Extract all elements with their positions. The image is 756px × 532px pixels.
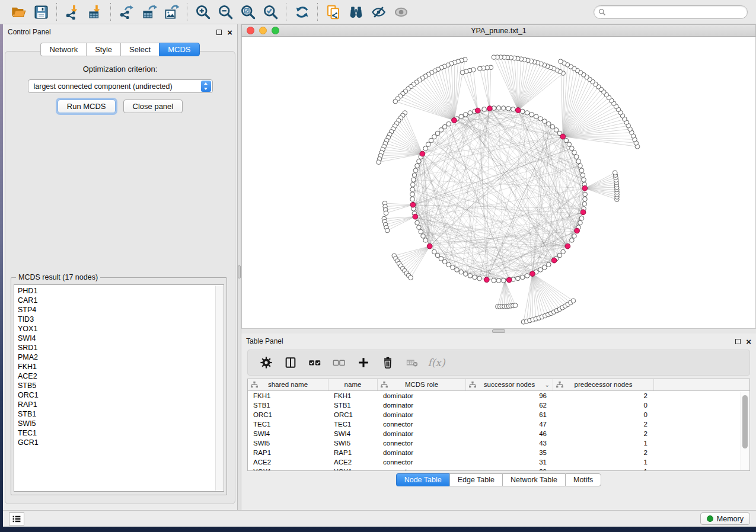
- table-cell[interactable]: 29: [466, 467, 553, 471]
- splitter-handle[interactable]: [238, 265, 241, 278]
- apply-layout-button[interactable]: [291, 2, 313, 22]
- network-node[interactable]: [410, 197, 415, 201]
- network-node[interactable]: [543, 119, 547, 124]
- tab-node-table[interactable]: Node Table: [396, 473, 449, 486]
- column-header-shared-name[interactable]: shared name: [248, 379, 328, 390]
- network-mcds-node[interactable]: [484, 277, 489, 283]
- table-cell[interactable]: 0: [553, 400, 654, 410]
- network-node[interactable]: [460, 70, 465, 75]
- table-cell[interactable]: ORC1: [328, 410, 378, 419]
- network-node[interactable]: [561, 249, 566, 254]
- tab-edge-table[interactable]: Edge Table: [449, 473, 502, 486]
- run-mcds-button[interactable]: Run MCDS: [58, 100, 116, 113]
- network-node[interactable]: [579, 216, 584, 220]
- export-image-button[interactable]: [160, 2, 183, 22]
- network-node[interactable]: [393, 99, 398, 104]
- network-node[interactable]: [521, 275, 525, 280]
- network-node[interactable]: [423, 238, 428, 243]
- network-node[interactable]: [525, 111, 529, 116]
- table-row[interactable]: STB1STB1dominator620: [248, 400, 749, 410]
- table-cell[interactable]: YOX1: [248, 467, 328, 471]
- table-cell[interactable]: dominator: [378, 448, 466, 457]
- network-node[interactable]: [506, 106, 511, 111]
- network-node[interactable]: [421, 234, 426, 239]
- node-table[interactable]: shared namenameMCDS rolesuccessor nodes⌄…: [247, 379, 750, 471]
- network-node[interactable]: [554, 128, 559, 133]
- network-mcds-node[interactable]: [420, 151, 425, 156]
- network-node[interactable]: [446, 262, 451, 267]
- find-button[interactable]: [344, 2, 367, 22]
- network-node[interactable]: [521, 109, 525, 114]
- network-mcds-node[interactable]: [575, 228, 580, 233]
- table-cell[interactable]: 96: [466, 391, 553, 400]
- table-row[interactable]: TEC1TEC1connector472: [248, 419, 749, 429]
- table-row[interactable]: ACE2ACE2connector311: [248, 457, 749, 467]
- network-node[interactable]: [473, 275, 477, 280]
- network-node[interactable]: [413, 168, 418, 173]
- network-node[interactable]: [423, 146, 428, 151]
- table-cell[interactable]: STB1: [248, 400, 328, 410]
- search-box[interactable]: [594, 5, 748, 19]
- zoom-fit-button[interactable]: [237, 2, 259, 22]
- network-node[interactable]: [525, 274, 529, 278]
- optimization-criterion-dropdown[interactable]: largest connected component (undirected): [28, 79, 213, 93]
- network-node[interactable]: [578, 220, 583, 225]
- import-table-button[interactable]: [84, 2, 106, 22]
- network-node[interactable]: [384, 211, 388, 216]
- network-node[interactable]: [377, 160, 381, 165]
- table-cell[interactable]: ACE2: [248, 457, 328, 467]
- network-node[interactable]: [513, 303, 518, 308]
- table-cell[interactable]: 46: [466, 429, 553, 438]
- close-panel-icon[interactable]: ×: [746, 339, 751, 344]
- network-node[interactable]: [511, 107, 516, 112]
- export-network-button[interactable]: [115, 2, 138, 22]
- network-node[interactable]: [468, 274, 473, 278]
- clone-network-button[interactable]: [322, 2, 344, 22]
- network-node[interactable]: [550, 124, 555, 129]
- table-row[interactable]: YOX1YOX1connector291: [248, 467, 749, 471]
- network-node[interactable]: [446, 121, 451, 126]
- network-mcds-node[interactable]: [580, 210, 586, 215]
- network-node[interactable]: [412, 178, 416, 182]
- network-node[interactable]: [492, 278, 496, 283]
- network-node[interactable]: [572, 234, 577, 239]
- delete-columns-button[interactable]: [381, 355, 395, 370]
- table-cell[interactable]: 2: [553, 419, 654, 429]
- export-table-button[interactable]: [138, 2, 160, 22]
- table-cell[interactable]: dominator: [378, 410, 466, 419]
- mcds-result-item[interactable]: TEC1: [18, 428, 224, 438]
- table-cell[interactable]: YOX1: [328, 467, 378, 471]
- table-cell[interactable]: 1: [553, 467, 654, 471]
- network-node[interactable]: [417, 225, 422, 230]
- network-node[interactable]: [463, 272, 468, 277]
- close-panel-button[interactable]: Close panel: [123, 100, 183, 113]
- network-node[interactable]: [478, 66, 483, 71]
- network-node[interactable]: [410, 187, 415, 192]
- table-cell[interactable]: 43: [466, 438, 553, 448]
- zoom-selected-button[interactable]: [259, 2, 282, 22]
- network-node[interactable]: [435, 253, 440, 258]
- save-session-button[interactable]: [30, 2, 52, 22]
- table-row[interactable]: SWI4SWI4dominator462: [248, 429, 749, 438]
- mcds-result-item[interactable]: RAP1: [18, 400, 224, 409]
- network-node[interactable]: [415, 220, 420, 225]
- network-node[interactable]: [582, 178, 586, 182]
- network-node[interactable]: [482, 107, 487, 112]
- network-mcds-node[interactable]: [565, 243, 570, 249]
- network-node[interactable]: [547, 121, 551, 126]
- network-node[interactable]: [580, 173, 585, 178]
- network-mcds-node[interactable]: [560, 134, 566, 139]
- window-minimize-icon[interactable]: [259, 27, 267, 34]
- table-cell[interactable]: 2: [553, 391, 654, 400]
- table-cell[interactable]: TEC1: [248, 419, 328, 429]
- float-panel-icon[interactable]: [735, 339, 741, 344]
- import-network-button[interactable]: [61, 2, 84, 22]
- mcds-result-item[interactable]: SWI5: [18, 419, 224, 428]
- network-node[interactable]: [463, 113, 468, 117]
- network-mcds-node[interactable]: [413, 214, 418, 219]
- network-node[interactable]: [570, 146, 575, 151]
- network-node[interactable]: [576, 159, 581, 164]
- deselect-all-columns-button[interactable]: [332, 355, 346, 370]
- mcds-result-item[interactable]: STB1: [18, 409, 224, 419]
- toggle-graphics-details-button[interactable]: [367, 2, 390, 22]
